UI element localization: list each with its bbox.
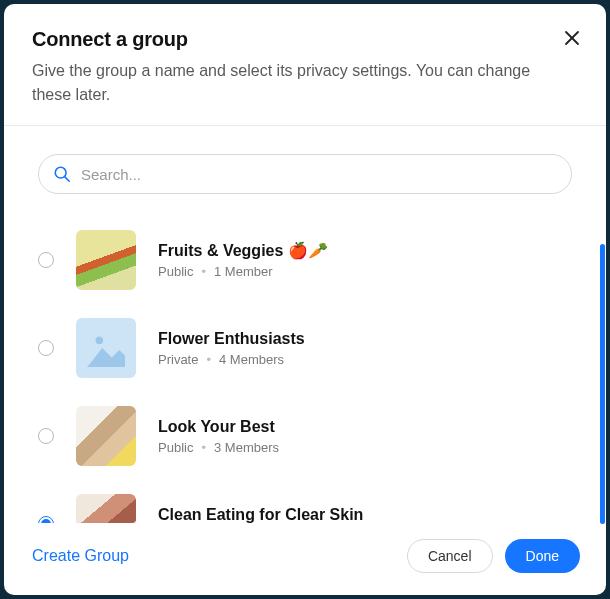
svg-line-3	[65, 177, 69, 181]
group-thumbnail	[76, 494, 136, 523]
search-icon	[53, 165, 71, 183]
group-privacy: Public	[158, 264, 193, 279]
create-group-button[interactable]: Create Group	[32, 543, 129, 569]
group-row[interactable]: Flower Enthusiasts Private • 4 Members	[38, 304, 572, 392]
meta-separator: •	[201, 264, 206, 279]
close-icon	[564, 30, 580, 46]
group-info: Fruits & Veggies 🍎🥕 Public • 1 Member	[158, 241, 328, 279]
group-name: Clean Eating for Clear Skin	[158, 506, 363, 524]
group-name: Flower Enthusiasts	[158, 330, 305, 348]
group-row[interactable]: Fruits & Veggies 🍎🥕 Public • 1 Member	[38, 216, 572, 304]
group-thumbnail	[76, 406, 136, 466]
group-row[interactable]: Clean Eating for Clear Skin Public • 3 M…	[38, 480, 572, 523]
footer-actions: Cancel Done	[407, 539, 580, 573]
group-row[interactable]: Look Your Best Public • 3 Members	[38, 392, 572, 480]
connect-group-modal: Connect a group Give the group a name an…	[4, 4, 606, 595]
group-meta: Public • 3 Members	[158, 440, 279, 455]
scrollbar-thumb[interactable]	[600, 244, 605, 524]
modal-header: Connect a group Give the group a name an…	[4, 4, 606, 126]
cancel-button[interactable]: Cancel	[407, 539, 493, 573]
group-name: Look Your Best	[158, 418, 279, 436]
radio-button[interactable]	[38, 516, 54, 523]
modal-title: Connect a group	[32, 28, 578, 51]
group-meta: Private • 4 Members	[158, 352, 305, 367]
group-privacy: Public	[158, 440, 193, 455]
done-button[interactable]: Done	[505, 539, 580, 573]
group-meta: Public • 1 Member	[158, 264, 328, 279]
group-members: 1 Member	[214, 264, 273, 279]
meta-separator: •	[206, 352, 211, 367]
modal-subtitle: Give the group a name and select its pri…	[32, 59, 552, 107]
svg-point-4	[96, 337, 104, 345]
image-placeholder-icon	[87, 329, 125, 367]
group-info: Flower Enthusiasts Private • 4 Members	[158, 330, 305, 367]
radio-button[interactable]	[38, 340, 54, 356]
radio-button[interactable]	[38, 252, 54, 268]
group-thumbnail	[76, 230, 136, 290]
search-field[interactable]	[38, 154, 572, 194]
group-list: Fruits & Veggies 🍎🥕 Public • 1 Member Fl…	[38, 216, 572, 523]
group-members: 3 Members	[214, 440, 279, 455]
radio-button[interactable]	[38, 428, 54, 444]
group-name: Fruits & Veggies 🍎🥕	[158, 241, 328, 260]
modal-body: Fruits & Veggies 🍎🥕 Public • 1 Member Fl…	[4, 126, 606, 523]
group-members: 4 Members	[219, 352, 284, 367]
close-button[interactable]	[560, 26, 584, 50]
group-thumbnail	[76, 318, 136, 378]
group-info: Clean Eating for Clear Skin Public • 3 M…	[158, 506, 363, 524]
group-privacy: Private	[158, 352, 198, 367]
meta-separator: •	[201, 440, 206, 455]
modal-footer: Create Group Cancel Done	[4, 523, 606, 595]
search-input[interactable]	[81, 166, 557, 183]
group-info: Look Your Best Public • 3 Members	[158, 418, 279, 455]
